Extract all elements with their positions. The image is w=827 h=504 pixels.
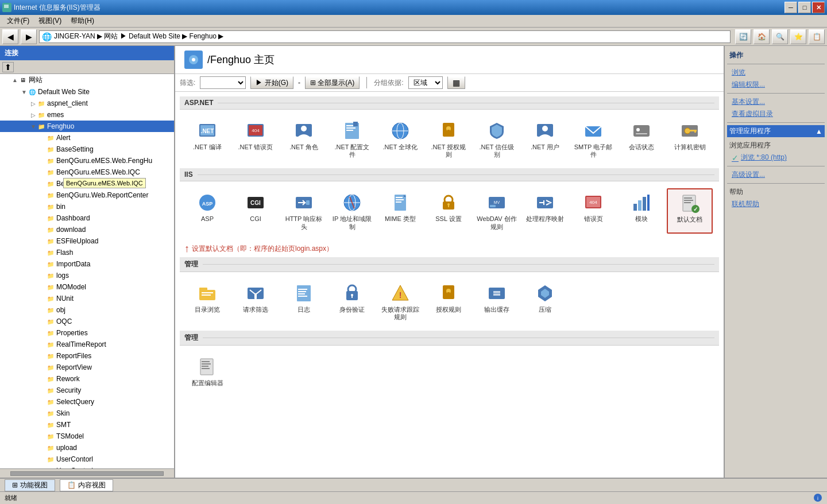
home-button[interactable]: 🏠 [753,29,770,44]
icon-asp[interactable]: ASP ASP [184,188,230,233]
icon-net-trust[interactable]: .NET 授权规则 [426,117,472,161]
browse-link[interactable]: 浏览 [727,67,825,79]
icon-authz-rules[interactable]: 授权规则 [426,279,472,324]
icon-log[interactable]: 日志 [281,279,327,324]
tree-item-basesetting[interactable]: 📁 BaseSetting [0,144,174,155]
tree-item-fenghuo[interactable]: ▼ 📁 Fenghuo [0,121,174,132]
scroll-thumb[interactable] [10,471,164,476]
icon-smtp[interactable]: SMTP 电子邮件 [570,117,616,161]
panel-toolbar-btn[interactable]: ⬆ [2,62,14,72]
tree-item-reportfiles[interactable]: 📁 ReportFiles [0,350,174,362]
icon-auth[interactable]: 身份验证 [329,279,375,324]
svg-rect-29 [636,133,647,134]
icon-modules[interactable]: 模块 [619,188,664,233]
tree-item-upload[interactable]: 📁 upload [0,442,174,453]
tree-item-aspnet[interactable]: ▷ 📁 aspnet_client [0,98,174,109]
icon-dir-browse[interactable]: 目录浏览 [184,279,230,324]
tree-item-smt[interactable]: 📁 SMT [0,419,174,431]
menu-view[interactable]: 视图(V) [34,15,66,27]
tree-item-bq1[interactable]: 📁 BenQGuru.eMES.Web.FengHu [0,155,174,166]
content-area[interactable]: ASP.NET .NET .NET 编译 404 [175,92,724,478]
icon-compress[interactable]: 压缩 [522,279,568,324]
back-button[interactable]: ◀ [2,29,18,44]
tree-area[interactable]: ▲ 🖥 网站 ▼ 🌐 Default Web Site ▷ 📁 aspnet_c… [0,74,174,468]
icon-machine-key[interactable]: 计算机密钥 [667,117,713,161]
forward-button[interactable]: ▶ [21,29,37,44]
tree-item-security[interactable]: 📁 Security [0,385,174,396]
icon-session[interactable]: 会话状态 [619,117,664,161]
icon-req-filter[interactable]: 请求筛选 [233,279,279,324]
icon-ip-restrict[interactable]: IP 地址和域限制 [329,188,375,233]
icon-mime[interactable]: MIME 类型 [377,188,423,233]
tree-item-nunit[interactable]: 📁 NUnit [0,293,174,304]
view-button[interactable]: ▦ [447,76,465,89]
tree-item-bq2[interactable]: 📁 BenQGuru.eMES.Web.IQC [0,166,174,178]
tree-item-bin[interactable]: 📁 bin [0,201,174,212]
icon-error-pages[interactable]: 404 错误页 [570,188,616,233]
func-view-tab[interactable]: ⊞ 功能视图 [5,479,55,491]
tree-item-emes[interactable]: ▷ 📁 emes [0,109,174,121]
icon-net-compile[interactable]: .NET .NET 编译 [184,117,230,161]
tree-item-skin[interactable]: 📁 Skin [0,408,174,419]
tree-item-usercontrol[interactable]: 📁 UserControl [0,465,174,468]
menu-file[interactable]: 文件(F) [2,15,34,27]
icon-net-global[interactable]: .NET 全球化 [377,117,423,161]
icon-http-redirect[interactable]: HTTP 响应标头 [281,188,327,233]
tree-item-site[interactable]: ▲ 🖥 网站 [0,74,174,86]
tree-item-obj[interactable]: 📁 obj [0,304,174,316]
advanced-settings-link[interactable]: 高级设置... [727,169,825,181]
tree-item-tsmodel[interactable]: 📁 TSModel [0,431,174,442]
close-button[interactable]: ✕ [812,2,825,13]
search-button[interactable]: 🔍 [772,29,788,44]
tree-item-rework[interactable]: 📁 Rework [0,373,174,385]
svg-rect-45 [396,197,403,198]
tree-item-reportview[interactable]: 📁 ReportView [0,362,174,373]
icon-handler[interactable]: 处理程序映射 [522,188,568,233]
tree-item-realtimereport[interactable]: 📁 RealTimeReport [0,339,174,350]
icon-net-error[interactable]: 404 .NET 错误页 [233,117,279,161]
tree-item-usercontorl[interactable]: 📁 UserContorl [0,453,174,465]
browse-http-link[interactable]: ✓ 浏览 *:80 (http) [727,152,825,164]
icon-net-trustlevel[interactable]: .NET 信任级别 [474,117,520,161]
group-select[interactable]: 区域 [408,76,443,89]
tree-item-download[interactable]: 📁 download [0,224,174,235]
icon-config-editor[interactable]: 配置编辑器 [184,352,230,390]
icon-ssl[interactable]: SSL 设置 [426,188,472,233]
tree-item-logs[interactable]: 📁 logs [0,270,174,281]
tree-item-properties[interactable]: 📁 Properties [0,327,174,339]
tree-item-esfileupload[interactable]: 📁 ESFileUpload [0,235,174,247]
basic-settings-link[interactable]: 基本设置... [727,96,825,108]
icon-default-doc[interactable]: ✓ 默认文档 [667,188,713,233]
history-button[interactable]: 📋 [809,29,825,44]
tree-item-bq3[interactable]: 📁 BenQ BenQGuru.eMES.Web.IQC [0,178,174,189]
icon-net-user[interactable]: .NET 用户 [522,117,568,161]
icon-fail-req[interactable]: ! 失败请求跟踪规则 [377,279,423,324]
icon-net-config[interactable]: .NET 配置文件 [329,117,375,161]
filter-select[interactable] [200,76,246,89]
tree-item-flash[interactable]: 📁 Flash [0,247,174,258]
content-view-tab[interactable]: 📋 内容视图 [60,479,113,491]
icon-label: .NET 配置文件 [332,144,372,158]
tree-item-importdata[interactable]: 📁 ImportData [0,258,174,270]
edit-perms-link[interactable]: 编辑权限... [727,79,825,91]
tree-item-dashboard[interactable]: 📁 Dashboard [0,212,174,224]
view-virtual-link[interactable]: 查看虚拟目录 [727,108,825,120]
tree-item-alert[interactable]: 📁 Alert [0,132,174,144]
maximize-button[interactable]: □ [798,2,811,13]
minimize-button[interactable]: ─ [785,2,797,13]
tree-item-selectquery[interactable]: 📁 SelectQuery [0,396,174,408]
icon-output-cache[interactable]: 输出缓存 [474,279,520,324]
menu-help[interactable]: 帮助(H) [66,15,99,27]
refresh-button[interactable]: 🔄 [735,29,751,44]
start-button[interactable]: ▶ 开始(G) [250,76,293,89]
online-help-link[interactable]: 联机帮助 [727,198,825,210]
favorites-button[interactable]: ⭐ [790,29,806,44]
tree-item-momodel[interactable]: 📁 MOModel [0,281,174,293]
tree-item-bq4[interactable]: 📁 BenQGuru.Web.ReportCenter [0,189,174,201]
tree-item-default-site[interactable]: ▼ 🌐 Default Web Site [0,86,174,98]
show-all-button[interactable]: ⊞ 全部显示(A) [305,76,360,89]
icon-net-role[interactable]: .NET 角色 [281,117,327,161]
icon-webdav[interactable]: MV WebDAV 创作规则 [474,188,520,233]
icon-cgi[interactable]: CGI CGI [233,188,279,233]
tree-item-oqc[interactable]: 📁 OQC [0,316,174,327]
